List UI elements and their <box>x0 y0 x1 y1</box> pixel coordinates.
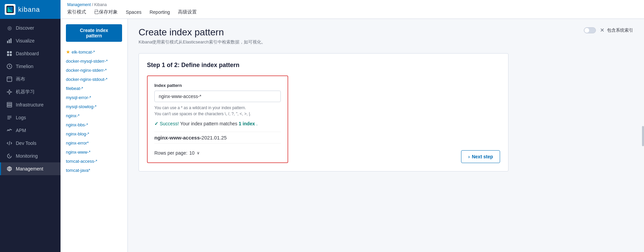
discover-icon: ◎ <box>6 25 12 31</box>
index-list: ★ elk-tomcat-* docker-mysql-stderr-* doc… <box>61 47 127 175</box>
match-result-rest: 2021.01.25 <box>201 135 227 140</box>
star-icon: ★ <box>66 49 70 55</box>
tab-reporting[interactable]: Reporting <box>150 9 170 16</box>
canvas-icon <box>6 76 12 82</box>
left-panel: Create index pattern ★ elk-tomcat-* dock… <box>61 19 128 252</box>
breadcrumb: Management / Kibana <box>67 2 637 7</box>
create-index-pattern-button[interactable]: Create index pattern <box>66 24 122 42</box>
apm-icon <box>6 127 12 133</box>
breadcrumb-current: Kibana <box>94 2 107 7</box>
list-item-nginx-error[interactable]: nginx-error* <box>61 138 127 148</box>
sidebar-item-timelion[interactable]: Timelion <box>0 60 61 73</box>
success-prefix: Success! <box>160 121 179 126</box>
sidebar-item-visualize[interactable]: Visualize <box>0 34 61 47</box>
sidebar-item-label: Infrastructure <box>16 102 43 107</box>
list-item-nginx-bbs[interactable]: nginx-bbs-* <box>61 120 127 129</box>
close-icon[interactable]: ✕ <box>600 27 604 33</box>
svg-rect-3 <box>7 41 8 43</box>
sidebar-item-label: Logs <box>16 115 26 120</box>
infrastructure-icon <box>6 102 12 108</box>
sidebar-item-label: Management <box>16 166 43 171</box>
match-result-bold: nginx-www-access- <box>154 135 201 140</box>
management-icon <box>6 166 12 172</box>
list-item-tomcat-java[interactable]: tomcat-java* <box>61 166 127 175</box>
list-item-elk-tomcat[interactable]: ★ elk-tomcat-* <box>61 47 127 57</box>
sidebar: kibana ◎ Discover Visualize Dashboard Ti… <box>0 0 61 252</box>
main-content: Create index pattern Kibana使用索引模式从Elasti… <box>128 19 644 252</box>
next-step-label: Next step <box>472 154 493 159</box>
tab-advanced-settings[interactable]: 高级设置 <box>178 8 197 17</box>
sidebar-item-canvas[interactable]: 画布 <box>0 73 61 86</box>
tab-index-patterns[interactable]: 索引模式 <box>67 8 86 17</box>
sidebar-item-discover[interactable]: ◎ Discover <box>0 22 61 34</box>
topnav-tabs: 索引模式 已保存对象 Spaces Reporting 高级设置 <box>67 8 637 17</box>
list-item-docker-nginx-stderr[interactable]: docker-nginx-stderr-* <box>61 66 127 75</box>
timelion-icon <box>6 63 12 69</box>
logo-text: kibana <box>18 6 40 13</box>
sidebar-item-label: 机器学习 <box>16 89 35 95</box>
list-item-docker-mysql-stderr[interactable]: docker-mysql-stderr-* <box>61 57 127 66</box>
sidebar-item-label: Timelion <box>16 64 33 69</box>
success-period: . <box>256 121 258 126</box>
scrollbar[interactable] <box>642 126 644 146</box>
content-area: Create index pattern ★ elk-tomcat-* dock… <box>61 19 644 252</box>
create-pattern-card: Step 1 of 2: Define index pattern Index … <box>139 53 508 171</box>
list-item-filebeat[interactable]: filebeat-* <box>61 84 127 93</box>
success-text-middle: Your index pattern matches <box>180 121 237 126</box>
svg-rect-5 <box>10 38 11 43</box>
monitoring-icon <box>6 153 12 159</box>
logs-icon <box>6 115 12 121</box>
list-item-mysql-slowlog[interactable]: mysql-slowlog-* <box>61 102 127 111</box>
tab-spaces[interactable]: Spaces <box>126 9 142 16</box>
svg-rect-19 <box>7 104 12 105</box>
index-pattern-input[interactable] <box>154 91 281 102</box>
visualize-icon <box>6 38 12 44</box>
svg-point-14 <box>9 90 10 91</box>
breadcrumb-parent[interactable]: Management <box>67 2 91 7</box>
toggle-knob <box>584 28 589 33</box>
list-item-nginx-blog[interactable]: nginx-blog-* <box>61 129 127 138</box>
sidebar-item-label: Dashboard <box>16 51 39 56</box>
index-pattern-label: Index pattern <box>154 83 281 88</box>
svg-point-13 <box>8 91 10 93</box>
kibana-icon <box>5 4 15 15</box>
sidebar-item-management[interactable]: Management <box>0 162 61 175</box>
sidebar-item-apm[interactable]: APM <box>0 124 61 137</box>
rows-per-page-value: 10 <box>189 150 195 156</box>
list-item-nginx[interactable]: nginx-* <box>61 111 127 120</box>
svg-rect-11 <box>7 77 12 82</box>
topnav: Management / Kibana 索引模式 已保存对象 Spaces Re… <box>61 0 644 19</box>
step-title: Step 1 of 2: Define index pattern <box>147 62 500 69</box>
success-count: 1 index <box>239 121 255 126</box>
list-item-mysql-error[interactable]: mysql-error-* <box>61 93 127 102</box>
sidebar-item-ml[interactable]: 机器学习 <box>0 86 61 98</box>
list-item-nginx-www[interactable]: nginx-www-* <box>61 148 127 157</box>
sidebar-item-label: Dev Tools <box>16 140 36 146</box>
sidebar-item-dashboard[interactable]: Dashboard <box>0 47 61 60</box>
main-wrapper: Management / Kibana 索引模式 已保存对象 Spaces Re… <box>61 0 644 252</box>
sidebar-item-logs[interactable]: Logs <box>0 111 61 124</box>
next-step-chevron: › <box>468 154 470 159</box>
page-subtitle: Kibana使用索引模式从Elasticsearch索引中检索数据，如可视化。 <box>139 39 633 45</box>
list-item-docker-nginx-stdout[interactable]: docker-nginx-stdout-* <box>61 75 127 84</box>
devtools-icon <box>6 140 12 146</box>
sidebar-item-label: Discover <box>16 25 34 31</box>
index-pattern-box: Index pattern You can use a * as a wildc… <box>147 75 288 163</box>
sidebar-item-label: Monitoring <box>16 153 38 159</box>
sidebar-item-infrastructure[interactable]: Infrastructure <box>0 98 61 111</box>
tab-saved-objects[interactable]: 已保存对象 <box>94 8 118 17</box>
svg-point-17 <box>11 92 12 93</box>
list-item-tomcat-access[interactable]: tomcat-access-* <box>61 157 127 166</box>
sidebar-nav: ◎ Discover Visualize Dashboard Timelion <box>0 19 61 252</box>
include-system-toggle[interactable] <box>584 27 596 33</box>
next-step-button[interactable]: › Next step <box>461 150 500 163</box>
sidebar-item-monitoring[interactable]: Monitoring <box>0 150 61 162</box>
svg-rect-9 <box>10 54 12 56</box>
sidebar-item-devtools[interactable]: Dev Tools <box>0 137 61 150</box>
svg-rect-6 <box>7 51 9 53</box>
rows-per-page-label: Rows per page: <box>154 150 187 156</box>
sidebar-item-label: 画布 <box>16 76 25 82</box>
rows-per-page[interactable]: Rows per page: 10 ∨ <box>154 150 281 156</box>
svg-point-15 <box>9 94 10 95</box>
svg-rect-20 <box>7 106 12 107</box>
